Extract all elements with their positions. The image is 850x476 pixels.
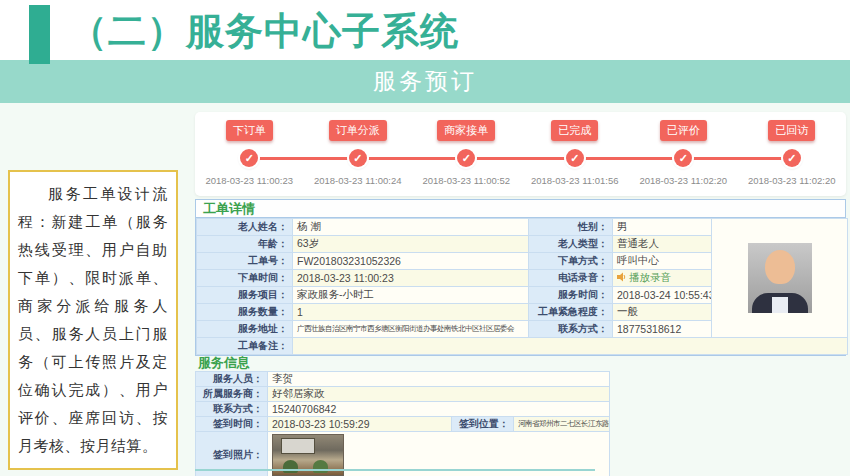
order-method-value: 呼叫中心 <box>613 253 712 270</box>
field-label: 签到位置： <box>452 417 514 432</box>
timeline-step-place-order: 下订单 ✓ 2018-03-23 11:00:23 <box>195 112 304 196</box>
elder-photo-cell <box>712 219 848 338</box>
elder-type-value: 普通老人 <box>613 236 712 253</box>
step-button-completed[interactable]: 已完成 <box>551 120 598 141</box>
check-icon: ✓ <box>457 149 475 167</box>
service-address-value: 广西壮族自治区南宁市西乡塘区衡阳街道办事处南铁北中区社区居委会 <box>293 321 529 338</box>
process-note-text: 服务工单设计流程：新建工单（服务热线受理、用户自助下单）、限时派单、商家分派给服… <box>18 180 168 460</box>
check-icon: ✓ <box>674 149 692 167</box>
field-label: 下单时间： <box>197 270 293 287</box>
timeline-step-dispatch: 订单分派 ✓ 2018-03-23 11:00:24 <box>304 112 413 196</box>
field-label: 老人姓名： <box>197 219 293 236</box>
step-time: 2018-03-23 11:00:23 <box>205 175 293 186</box>
work-order-detail-panel: 工单详情 老人姓名： 杨 潮 性别： 男 年龄： 63岁 老人类型： 普通老人 … <box>195 199 846 356</box>
contact-value: 18775318612 <box>613 321 712 338</box>
worker-contact-value: 15240706842 <box>268 402 610 417</box>
field-label: 签到时间： <box>196 417 268 432</box>
step-time: 2018-03-23 11:02:20 <box>748 175 836 186</box>
service-provider-value: 好邻居家政 <box>268 387 610 402</box>
table-row: 服务人员： 李贺 <box>196 372 610 387</box>
service-worker-value: 李贺 <box>268 372 610 387</box>
checkin-time-value: 2018-03-23 10:59:29 <box>268 417 452 432</box>
field-label: 年龄： <box>197 236 293 253</box>
step-button-rated[interactable]: 已评价 <box>660 120 707 141</box>
step-button-merchant-accept[interactable]: 商家接单 <box>437 120 495 141</box>
field-label: 工单备注： <box>197 338 293 355</box>
step-time: 2018-03-23 11:00:24 <box>314 175 402 186</box>
play-recording-link[interactable]: 播放录音 <box>629 271 671 283</box>
table-row: 联系方式： 15240706842 <box>196 402 610 417</box>
page-title: （二）服务中心子系统 <box>69 6 459 57</box>
field-label: 联系方式： <box>529 321 613 338</box>
phone-recording-cell: 播放录音 <box>613 270 712 287</box>
age-value: 63岁 <box>293 236 529 253</box>
section-banner-title: 服务预订 <box>373 60 477 103</box>
section-banner: 服务预订 <box>0 60 850 103</box>
field-label: 下单方式： <box>529 253 613 270</box>
field-label: 所属服务商： <box>196 387 268 402</box>
timeline-step-merchant-accept: 商家接单 ✓ 2018-03-23 11:00:52 <box>412 112 521 196</box>
field-label: 老人类型： <box>529 236 613 253</box>
service-center-slide: { "header": { "title": "（二）服务中心子系统", "su… <box>0 0 850 476</box>
timeline-step-revisited: 已回访 ✓ 2018-03-23 11:02:20 <box>738 112 847 196</box>
service-info-panel: 服务人员： 李贺 所属服务商： 好邻居家政 联系方式： 15240706842 … <box>195 371 609 476</box>
field-label: 联系方式： <box>196 402 268 417</box>
timeline-step-completed: 已完成 ✓ 2018-03-23 11:01:56 <box>521 112 630 196</box>
timeline-step-rated: 已评价 ✓ 2018-03-23 11:02:20 <box>629 112 738 196</box>
field-label: 工单号： <box>197 253 293 270</box>
table-row: 所属服务商： 好邻居家政 <box>196 387 610 402</box>
gender-value: 男 <box>613 219 712 236</box>
table-row: 工单备注： <box>197 338 848 355</box>
field-label: 工单紧急程度： <box>529 304 613 321</box>
table-row: 签到时间： 2018-03-23 10:59:29 签到位置： 河南省郑州市二七… <box>196 417 610 432</box>
work-order-detail-title: 工单详情 <box>196 200 845 218</box>
order-time-value: 2018-03-23 11:00:23 <box>293 270 529 287</box>
title-accent-bar <box>29 5 50 64</box>
speaker-icon <box>617 272 627 282</box>
check-icon: ✓ <box>349 149 367 167</box>
step-button-dispatch[interactable]: 订单分派 <box>329 120 387 141</box>
field-label: 电话录音： <box>529 270 613 287</box>
checkin-location-value: 河南省郑州市二七区长江东路66号院 <box>514 417 610 432</box>
order-remark-value <box>293 338 848 355</box>
field-label: 服务数量： <box>197 304 293 321</box>
field-label: 服务项目： <box>197 287 293 304</box>
urgency-value: 一般 <box>613 304 712 321</box>
elder-photo <box>748 243 812 313</box>
order-number-value: FW201803231052326 <box>293 253 529 270</box>
service-info-title: 服务信息 <box>198 354 250 372</box>
content-bottom-border <box>195 469 595 471</box>
service-time-value: 2018-03-24 10:55:43 <box>613 287 712 304</box>
step-button-revisited[interactable]: 已回访 <box>768 120 815 141</box>
field-label: 服务地址： <box>197 321 293 338</box>
field-label: 服务人员： <box>196 372 268 387</box>
check-icon: ✓ <box>240 149 258 167</box>
step-time: 2018-03-23 11:01:56 <box>531 175 619 186</box>
service-info-table: 服务人员： 李贺 所属服务商： 好邻居家政 联系方式： 15240706842 … <box>195 371 610 476</box>
field-label: 服务时间： <box>529 287 613 304</box>
field-label: 性别： <box>529 219 613 236</box>
elder-name-value: 杨 潮 <box>293 219 529 236</box>
work-order-table: 老人姓名： 杨 潮 性别： 男 年龄： 63岁 老人类型： 普通老人 工单号： … <box>196 218 848 355</box>
order-timeline: 下订单 ✓ 2018-03-23 11:00:23 订单分派 ✓ 2018-03… <box>195 112 846 196</box>
service-quantity-value: 1 <box>293 304 529 321</box>
table-row: 老人姓名： 杨 潮 性别： 男 <box>197 219 848 236</box>
step-button-place-order[interactable]: 下订单 <box>226 120 273 141</box>
step-time: 2018-03-23 11:02:20 <box>639 175 727 186</box>
service-item-value: 家政服务-小时工 <box>293 287 529 304</box>
check-icon: ✓ <box>566 149 584 167</box>
check-icon: ✓ <box>783 149 801 167</box>
step-time: 2018-03-23 11:00:52 <box>422 175 510 186</box>
process-note-box: 服务工单设计流程：新建工单（服务热线受理、用户自助下单）、限时派单、商家分派给服… <box>8 170 178 470</box>
